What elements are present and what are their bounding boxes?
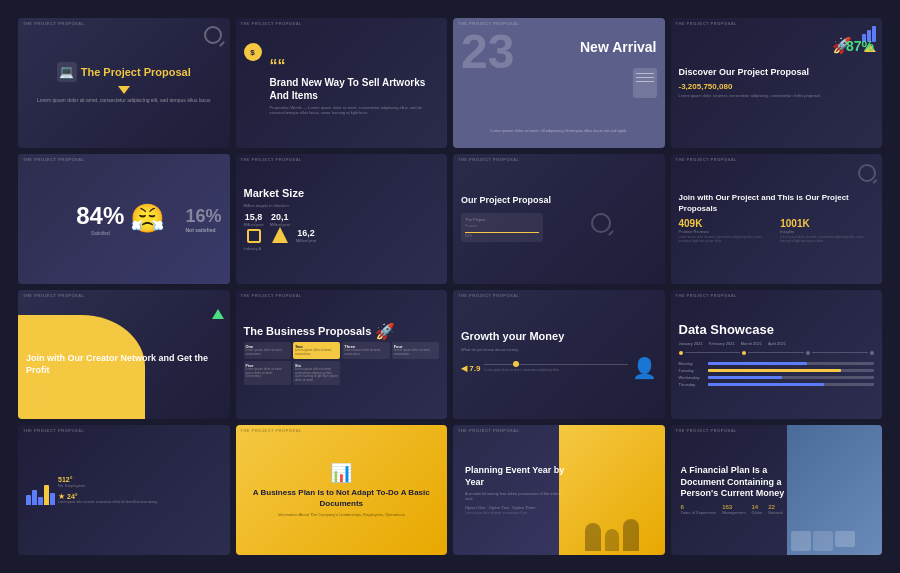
slide-4-sub: Lorem ipsum dolor sit amet, consectetur … [679, 93, 875, 99]
person-3 [623, 519, 639, 551]
slide-11-content: ◀ 7.9 Lorem ipsum dolor sit amet, consec… [461, 356, 657, 380]
slide-11-sub: What do you know about money [461, 347, 657, 352]
photo-2 [813, 531, 833, 551]
project-card: The Project Proposal $120 [461, 213, 543, 242]
person-2 [605, 529, 619, 551]
slide-13[interactable]: The Project Proposal 512° No. Employees [18, 425, 230, 555]
slide-13-stat-2: ★ 24° Lorem ipsum dolor sit amet, consec… [58, 492, 158, 505]
slide-11[interactable]: The Project Proposal Growth your Money W… [453, 290, 665, 420]
slide-5[interactable]: The Project Proposal 84% Satisfied 😤 16%… [18, 154, 230, 284]
slide-14[interactable]: The Project Proposal 📊 A Business Plan I… [236, 425, 448, 555]
slide-16-s4: 22 Network [768, 504, 783, 515]
slide-10[interactable]: The Project Proposal The Business Propos… [236, 290, 448, 420]
line-2 [748, 352, 804, 353]
slide-16-s1: 6 Years of Experience [681, 504, 717, 515]
bar-tuesday [708, 369, 875, 372]
person-1 [585, 523, 601, 551]
slide-9[interactable]: The Project Proposal Join with Our Creat… [18, 290, 230, 420]
slide-11-title: Growth your Money [461, 329, 657, 343]
slide-13-content: 512° No. Employees ★ 24° Lorem ipsum dol… [26, 476, 222, 505]
people-silhouettes [559, 515, 665, 555]
slide-5-pct: 84% [76, 202, 124, 230]
dot-3 [806, 351, 810, 355]
slide-5-tag: The Project Proposal [23, 157, 85, 162]
slide-2[interactable]: The Project Proposal $ ““ Brand New Way … [236, 18, 448, 148]
slide-1-subtitle: Lorem ipsum dolor sit amet, consectetur … [37, 97, 211, 103]
slide-12-tag: The Project Proposal [676, 293, 738, 298]
slide-11-stat: ◀ 7.9 [461, 364, 480, 373]
slide-16-s2: 163 Management [722, 504, 745, 515]
dot-2 [742, 351, 746, 355]
slide-5-left: 84% Satisfied [76, 202, 124, 236]
data-row-thursday: Thursday [679, 382, 875, 387]
slide-13-stats: 512° No. Employees ★ 24° Lorem ipsum dol… [58, 476, 158, 505]
slide-4-title: Discover Our Project Proposal [679, 67, 875, 79]
slide-8[interactable]: The Project Proposal Join with Our Proje… [671, 154, 883, 284]
slide-6-stats: 15,8 Million/year 20,1 Million/year 16,2… [244, 212, 440, 243]
slide-14-sub: Information About The Company's Leadersh… [278, 512, 405, 518]
slide-6-sublabel: Million targets in direction [244, 203, 440, 208]
slide-7-tag: The Project Proposal [458, 157, 520, 162]
slide-6-title: Market Size [244, 187, 440, 199]
slide-13-bars [26, 476, 55, 505]
photo-1 [791, 531, 811, 551]
rocket-icon: 🚀 [375, 322, 395, 341]
slide-6[interactable]: The Project Proposal Market Size Million… [236, 154, 448, 284]
slide-12-data-rows: Monday Tuesday Wednesday Thursday [679, 361, 875, 387]
slide-8-stats: 409K Positive Reviews Lorem ipsum dolor … [679, 218, 875, 244]
slide-2-tag: The Project Proposal [241, 21, 303, 26]
photo-content [791, 531, 878, 551]
slide-16-title: A Financial Plan Is a Document Containin… [681, 465, 794, 500]
proposal-grid: One Lorem ipsum dolor sit amet, consecte… [244, 342, 440, 385]
slide-8-icon [858, 164, 876, 182]
slide-9-title: Join with Our Creator Network and Get th… [26, 352, 222, 377]
slide-8-title: Join with Our Project and This is Our Pr… [679, 193, 875, 214]
slide-5-pct-right: 16% Not satisfied [185, 205, 221, 232]
slide-4-tag: The Project Proposal [676, 21, 738, 26]
slide-8-stat-1: 409K Positive Reviews Lorem ipsum dolor … [679, 218, 773, 244]
slide-13-stat-1: 512° No. Employees [58, 476, 158, 488]
slide-1-title: The Project Proposal [81, 65, 191, 79]
proposal-one: One Lorem ipsum dolor sit amet, consecte… [244, 342, 291, 359]
slide-3-subtitle: Lorem ipsum dolor sit amet, ell adipisci… [461, 128, 657, 133]
bar-monday [708, 362, 875, 365]
slide-15[interactable]: The Project Proposal Planning Event Year… [453, 425, 665, 555]
slide-3[interactable]: The Project Proposal 23 New Arrival Lore… [453, 18, 665, 148]
slide-4[interactable]: The Project Proposal Discover Our Projec… [671, 18, 883, 148]
document-icon-group [633, 68, 657, 98]
slide-7[interactable]: The Project Proposal Our Project Proposa… [453, 154, 665, 284]
slide-2-content: ““ Brand New Way To Sell Artworks And It… [270, 58, 438, 116]
proposal-six: Six Lorem ipsum dolor sit amet, consecte… [293, 361, 340, 386]
bar-3 [38, 497, 43, 505]
slide-15-sub: A wonderful variety has taken possession… [465, 491, 565, 501]
slide-14-tag: The Project Proposal [241, 428, 303, 433]
slide-16-tag: The Project Proposal [676, 428, 738, 433]
search-icon-deco [546, 213, 657, 242]
slide-16[interactable]: The Project Proposal A Financial Plan Is… [671, 425, 883, 555]
slide-15-options: Option One · Option Two · Option Three L… [465, 505, 565, 515]
slide-14-title: A Business Plan Is to Not Adapt To-Do A … [250, 488, 434, 509]
market-stat-2: 20,1 Million/year [270, 212, 290, 243]
slide-15-tag: The Project Proposal [458, 428, 520, 433]
slide-7-title: Our Project Proposal [461, 195, 657, 207]
slide-grid: The Project Proposal 💻 The Project Propo… [10, 10, 890, 563]
slide-2-subtitle: Proposition Words — Lorem ipsum dolor si… [270, 105, 438, 116]
person-icon: 👤 [632, 356, 657, 380]
slide-16-content: A Financial Plan Is a Document Containin… [679, 463, 796, 517]
slide-12[interactable]: The Project Proposal Data Showcase Janua… [671, 290, 883, 420]
proposal-five: Five Lorem ipsum dolor sit amet ipsum do… [244, 361, 291, 386]
slide-13-tag: The Project Proposal [23, 428, 85, 433]
slide-10-header: The Business Proposals 🚀 [244, 324, 440, 342]
slide-1[interactable]: The Project Proposal 💻 The Project Propo… [18, 18, 230, 148]
arrow-down-icon [118, 86, 130, 94]
coin-deco: $ [244, 43, 262, 61]
dot-1 [679, 351, 683, 355]
search-icon [204, 26, 222, 44]
slide-16-stats-row: 6 Years of Experience 163 Management 14 … [681, 504, 794, 515]
chart-icon-deco [24, 383, 52, 411]
chart-icon-deco: 📊 [330, 462, 352, 484]
bar-2 [32, 490, 37, 505]
slide-6-tag: The Project Proposal [241, 157, 303, 162]
slide-10-title: The Business Proposals [244, 324, 372, 338]
data-row-monday: Monday [679, 361, 875, 366]
